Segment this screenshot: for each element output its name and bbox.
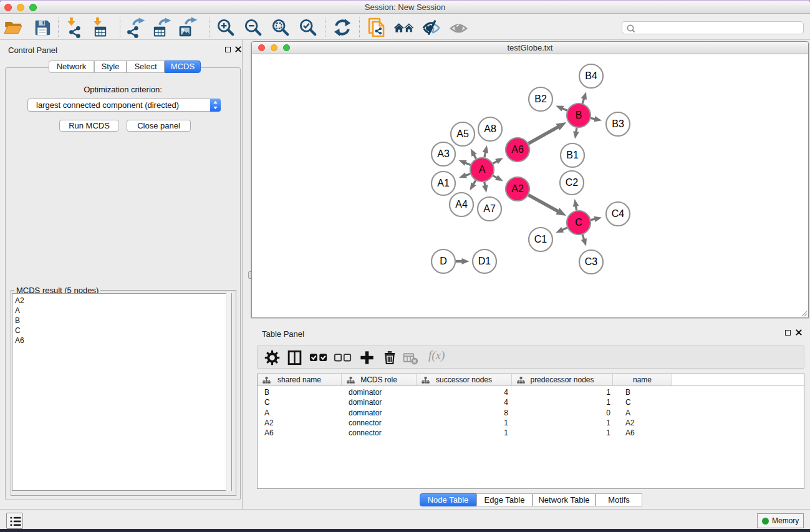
svg-text:C2: C2 [566, 177, 579, 188]
svg-text:A4: A4 [455, 199, 468, 210]
svg-text:A2: A2 [511, 183, 524, 194]
svg-text:A5: A5 [456, 128, 469, 139]
svg-text:A8: A8 [484, 123, 496, 134]
svg-text:B2: B2 [534, 94, 547, 104]
svg-text:B1: B1 [566, 150, 579, 160]
svg-text:A: A [479, 164, 486, 175]
svg-text:B3: B3 [612, 118, 624, 129]
svg-text:D1: D1 [478, 256, 491, 266]
svg-text:C1: C1 [534, 234, 547, 244]
svg-text:B4: B4 [585, 70, 597, 81]
svg-text:A3: A3 [437, 148, 450, 159]
svg-text:B: B [576, 110, 582, 120]
svg-text:C4: C4 [612, 208, 625, 219]
svg-text:A6: A6 [511, 144, 524, 155]
svg-text:A7: A7 [483, 203, 496, 214]
svg-text:D: D [440, 256, 447, 266]
svg-text:C3: C3 [585, 256, 598, 267]
svg-text:C: C [575, 217, 582, 228]
svg-text:A1: A1 [437, 178, 450, 188]
